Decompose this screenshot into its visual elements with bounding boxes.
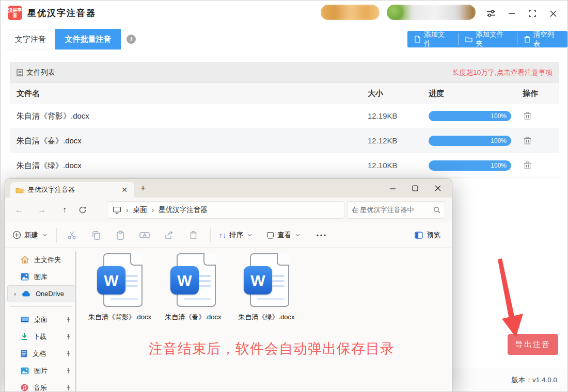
explorer-close-button[interactable] [430,182,446,194]
word-file-tile[interactable]: W 朱自清《绿》.docx [232,253,301,322]
sidebar-item-gallery[interactable]: 图库 [5,268,77,285]
info-icon[interactable]: i [127,35,136,44]
clear-list-button[interactable]: 清空列表 [517,31,567,47]
file-name-label: 朱自清《绿》.docx [232,313,301,322]
up-icon[interactable]: ↑ [57,205,72,215]
folder-icon [465,36,472,42]
breadcrumb-desktop[interactable]: 桌面 [133,205,147,215]
chevron-down-icon [295,234,300,237]
file-name-label: 朱自清《春》.docx [159,313,227,322]
more-options-icon[interactable] [312,234,330,236]
share-icon[interactable] [160,231,178,239]
delete-icon[interactable] [184,231,202,239]
breadcrumb-folder[interactable]: 星优汉字注音器 [159,205,208,215]
table-row: 朱自清《春》.docx 12.12KB 100% [10,128,559,153]
add-file-button[interactable]: 添加文件 [407,31,458,47]
row-filename: 朱自清《背影》.docx [17,111,89,121]
this-pc-icon [113,206,121,214]
pin-icon [66,334,71,340]
sidebar-item-downloads[interactable]: 下载 [5,328,77,345]
explorer-body: 主文件夹 图库 › OneDrive 桌面 [5,248,452,392]
explorer-minimize-button[interactable] [385,182,400,194]
col-progress: 进度 [429,89,444,99]
sidebar-item-documents[interactable]: 文档 [5,345,77,362]
progress-bar: 100% [429,136,511,146]
explorer-maximize-button[interactable] [407,182,423,194]
new-button[interactable]: 新建 [12,231,47,240]
table-row: 朱自清《绿》.docx 12.10KB 100% [10,153,559,178]
length-warning-link[interactable]: 长度超10万字,点击查看注意事项 [452,68,553,77]
file-explorer-window: 星优汉字注音器 ✕ + ← → ↑ › 桌面 › 星优汉字注音器 在 星优汉字注… [5,178,452,392]
list-icon [17,69,23,76]
address-bar[interactable]: › 桌面 › 星优汉字注音器 [107,201,344,219]
new-tab-button[interactable]: + [140,183,146,193]
table-row: 朱自清《背影》.docx 12.19KB 100% [10,104,559,128]
tab-close-icon[interactable]: ✕ [120,186,129,194]
rename-icon[interactable] [136,231,153,239]
maximize-button[interactable] [525,6,540,21]
tab-text-annotate[interactable]: 文字注音 [6,29,55,50]
avatar [387,5,403,20]
explorer-titlebar: 星优汉字注音器 ✕ + [5,179,452,198]
sidebar-item-music[interactable]: 音乐 [5,379,77,392]
file-action-buttons: 添加文件 添加文件夹 清空列表 [407,31,567,47]
sidebar-divider [10,306,72,307]
panel-title: 文件列表 [26,68,55,77]
export-annotation-button[interactable]: 导出注音 [508,334,558,355]
progress-bar: 100% [429,160,511,171]
preview-button[interactable]: 预览 [415,231,440,240]
minimize-button[interactable] [504,6,519,21]
search-box[interactable]: 在 星优汉字注音器中 [347,201,445,219]
explorer-tab-title: 星优汉字注音器 [28,185,120,194]
back-icon[interactable]: ← [11,205,27,215]
explorer-toolbar: 新建 ↑↓ 排序 查看 预览 [5,222,452,248]
app-titlebar: 汉拼字音 星优汉字注音器 [1,1,567,26]
paste-icon[interactable] [112,231,129,240]
pictures-icon [21,367,29,374]
sidebar-item-pictures[interactable]: 图片 [5,362,77,379]
file-icon [414,36,421,43]
sidebar-item-desktop[interactable]: 桌面 [5,311,77,328]
col-size: 大小 [368,89,383,99]
app-window: 汉拼字音 星优汉字注音器 文字注音 文件批量注音 i 添加文件 添加文件夹 [0,0,568,392]
add-folder-button[interactable]: 添加文件夹 [459,31,517,47]
chevron-expand-icon[interactable]: › [14,290,16,298]
view-button[interactable]: 查看 [266,231,300,240]
explorer-file-grid: W 朱自清《背影》.docx W 朱自清《春》.docx [77,248,452,392]
tab-batch-file-annotate[interactable]: 文件批量注音 [55,29,121,50]
word-file-tile[interactable]: W 朱自清《春》.docx [159,253,227,322]
desktop-icon [21,316,29,323]
pin-icon [66,368,71,374]
pin-icon [66,351,71,357]
chevron-right-icon: › [152,206,154,214]
onedrive-cloud-icon [21,291,30,297]
search-icon [433,206,440,214]
close-button[interactable] [546,6,560,21]
delete-row-icon[interactable] [524,136,531,145]
col-filename: 文件名 [17,89,40,99]
sidebar-item-home[interactable]: 主文件夹 [5,251,77,268]
document-icon [21,350,27,357]
delete-row-icon[interactable] [524,161,531,170]
delete-row-icon[interactable] [524,111,531,120]
word-file-tile[interactable]: W 朱自清《背影》.docx [86,253,154,322]
copy-icon[interactable] [87,231,105,240]
preview-pane-icon [415,232,423,239]
chevron-down-icon [42,234,47,237]
settings-sliders-icon[interactable] [484,6,498,21]
sidebar-scrollbar[interactable] [75,251,76,392]
folder-tab-icon [15,187,24,193]
forward-icon[interactable]: → [34,205,50,215]
blurred-user-badge [387,5,476,20]
explorer-tab[interactable]: 星优汉字注音器 ✕ [10,182,134,198]
plus-circle-icon [12,231,21,239]
gallery-icon [21,273,29,281]
cut-icon[interactable] [63,231,81,240]
sort-button[interactable]: ↑↓ 排序 [219,231,252,240]
chevron-right-icon: › [126,206,129,214]
row-size: 12.10KB [368,161,398,170]
chevron-down-icon [247,234,252,237]
sidebar-item-onedrive[interactable]: › OneDrive [7,285,75,302]
home-icon [21,256,29,264]
refresh-icon[interactable] [78,206,94,214]
